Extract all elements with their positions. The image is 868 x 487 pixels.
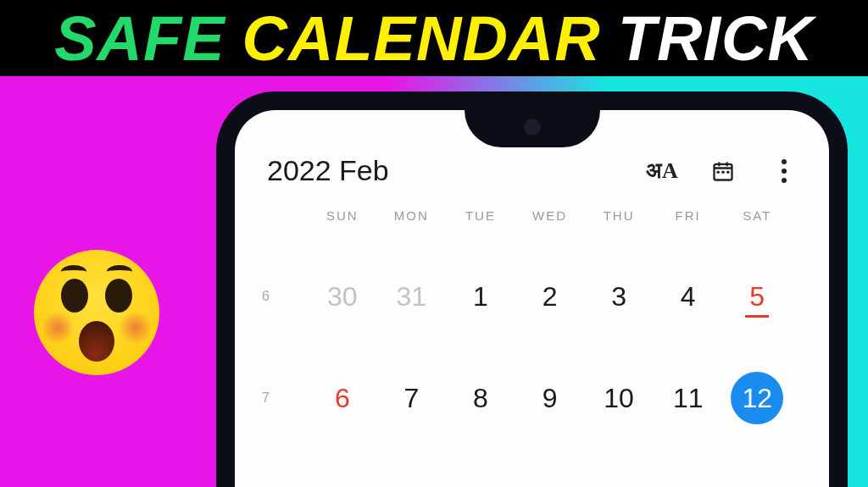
week-number: 7 — [257, 390, 308, 406]
weekday-thu: THU — [584, 208, 654, 223]
day-cell[interactable]: 7 — [377, 383, 447, 414]
title-word-trick: TRICK — [618, 3, 814, 75]
day-cell[interactable]: 31 — [377, 281, 447, 313]
day-cell[interactable]: 11 — [654, 383, 723, 414]
phone-notch — [465, 110, 600, 147]
weekday-header-row: SUN MON TUE WED THU FRI SAT — [235, 208, 829, 223]
weekday-sun: SUN — [308, 208, 377, 223]
calendar-month-title[interactable]: 2022 Feb — [267, 154, 649, 187]
week-number: 6 — [257, 289, 308, 304]
more-icon[interactable] — [771, 158, 797, 184]
calendar-icon[interactable] — [710, 158, 736, 184]
weekday-fri: FRI — [654, 208, 723, 223]
weekday-sat: SAT — [722, 208, 792, 223]
weekday-tue: TUE — [446, 208, 515, 223]
weekday-mon: MON — [377, 208, 447, 223]
calendar-grid: 6 30 31 1 2 3 4 5 7 6 7 8 9 10 11 12 — [235, 246, 829, 449]
day-cell[interactable]: 9 — [515, 383, 585, 414]
day-cell[interactable]: 10 — [584, 383, 654, 414]
day-cell[interactable]: 3 — [584, 281, 654, 313]
phone-screen: 2022 Feb अA — [235, 110, 829, 487]
day-cell[interactable]: 30 — [308, 281, 377, 313]
surprised-emoji — [34, 250, 159, 375]
week-row: 7 6 7 8 9 10 11 12 — [235, 347, 829, 449]
day-cell-today[interactable]: 12 — [722, 372, 792, 424]
phone-frame: 2022 Feb अA — [216, 91, 848, 487]
day-cell[interactable]: 8 — [446, 383, 515, 414]
weekday-wed: WED — [515, 208, 585, 223]
calendar-header: 2022 Feb अA — [235, 147, 829, 202]
title-word-calendar: CALENDAR — [242, 3, 601, 75]
day-cell[interactable]: 2 — [515, 281, 585, 313]
week-row: 6 30 31 1 2 3 4 5 — [235, 246, 829, 347]
language-icon[interactable]: अA — [649, 158, 675, 184]
day-cell[interactable]: 1 — [446, 281, 515, 313]
day-cell[interactable]: 6 — [308, 383, 377, 414]
day-cell[interactable]: 5 — [722, 281, 792, 313]
thumbnail-title-bar: SAFE CALENDAR TRICK — [0, 0, 868, 76]
day-cell[interactable]: 4 — [654, 281, 723, 313]
header-actions: अA — [649, 158, 797, 184]
title-word-safe: SAFE — [54, 3, 225, 75]
